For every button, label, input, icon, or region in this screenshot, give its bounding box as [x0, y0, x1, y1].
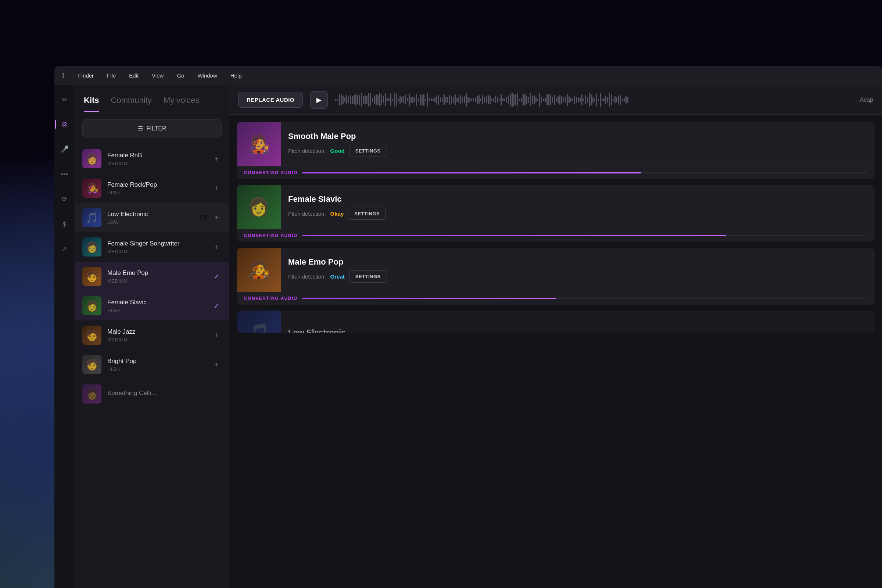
thumbnail-person-icon: 🧑‍🎤 — [237, 248, 281, 292]
waveform-bar — [348, 96, 349, 103]
waveform-bar — [447, 97, 448, 102]
menu-go[interactable]: Go — [175, 71, 186, 80]
infinity-icon: ∞ — [62, 96, 67, 103]
replace-audio-button[interactable]: REPLACE AUDIO — [238, 92, 303, 108]
waveform-bar — [368, 93, 369, 106]
filter-button[interactable]: ☰ FILTER — [82, 119, 222, 138]
menu-view[interactable]: View — [150, 71, 166, 80]
filter-icon: ☰ — [138, 125, 143, 132]
waveform-bar — [536, 98, 537, 102]
list-item[interactable]: 👩 Female RnB MEDIUM + — [75, 144, 229, 174]
list-item[interactable]: 👩 Something Celli... — [75, 379, 229, 409]
settings-button[interactable]: SETTINGS — [349, 145, 387, 157]
tab-community[interactable]: Community — [111, 96, 152, 112]
result-info: Female Slavic Pitch detection: Okay SETT… — [281, 185, 874, 229]
kit-info: Male Jazz MEDIUM — [107, 328, 206, 342]
menu-finder[interactable]: Finder — [76, 71, 96, 80]
converting-label: CONVERTING AUDIO — [244, 296, 298, 301]
result-title: Male Emo Pop — [288, 257, 867, 267]
waveform-bar — [458, 97, 459, 102]
sidebar-item-infinity[interactable]: ∞ — [58, 93, 71, 106]
apple-logo-icon[interactable]:  — [62, 72, 64, 80]
sidebar-item-mic[interactable]: 🎤 — [58, 142, 71, 156]
list-item[interactable]: 🎵 Low Electronic LOW ☞ + — [75, 203, 229, 232]
kit-check-action[interactable]: ✓ — [212, 301, 222, 311]
thumbnail-person-icon: 👩‍🎤 — [82, 178, 101, 198]
sidebar-item-eye[interactable]: ◎ — [58, 118, 71, 131]
waveform-bar — [570, 98, 572, 101]
settings-button[interactable]: SETTINGS — [349, 270, 387, 283]
kit-add-action[interactable]: + — [212, 183, 222, 193]
waveform-bar — [403, 96, 404, 103]
sidebar-item-chart[interactable]: ▪▪▪ — [58, 168, 71, 181]
waveform-bar — [607, 97, 608, 102]
waveform-bar — [563, 98, 564, 102]
result-title: Low Electronic — [288, 328, 867, 333]
menu-file[interactable]: File — [105, 71, 118, 80]
tab-kits[interactable]: Kits — [84, 96, 99, 112]
kit-name: Male Jazz — [107, 328, 206, 336]
list-item[interactable]: 🧑 Male Jazz MEDIUM + — [75, 321, 229, 350]
waveform-bar — [572, 99, 573, 101]
menu-bar:  Finder File Edit View Go Window Help — [54, 66, 882, 85]
waveform-bar — [342, 96, 344, 104]
list-item[interactable]: 👩‍🎤 Female Rock/Pop HIGH + — [75, 174, 229, 203]
sidebar-item-dollar[interactable]: $ — [58, 218, 71, 231]
waveform-bar — [409, 94, 410, 106]
kit-thumbnail: 👩 — [82, 296, 101, 315]
waveform-bar — [392, 99, 393, 100]
waveform-bar — [383, 96, 384, 103]
menu-window[interactable]: Window — [195, 71, 219, 80]
waveform-bar — [530, 93, 531, 106]
menu-help[interactable]: Help — [228, 71, 244, 80]
waveform-bar — [594, 99, 596, 101]
kit-level: HIGH — [107, 308, 206, 313]
waveform-bar — [473, 98, 474, 102]
thumbnail-person-icon: 👩 — [82, 237, 101, 256]
kit-add-action[interactable]: + — [212, 212, 222, 223]
list-item[interactable]: 🧑 Bright Pop HIGH + — [75, 350, 229, 379]
waveform-bar — [603, 98, 604, 101]
list-item[interactable]: 👩 Female Singer Songwriter MEDIUM + — [75, 232, 229, 262]
kit-level: LOW — [107, 219, 206, 225]
waveform-bar — [543, 99, 544, 101]
play-button[interactable]: ▶ — [310, 91, 328, 109]
waveform-bar — [537, 99, 538, 101]
waveform-bar — [554, 95, 555, 105]
list-item[interactable]: 🧑 Male Emo Pop MEDIUM ✓ — [75, 262, 229, 291]
waveform-bar — [484, 97, 485, 103]
waveform-bar — [401, 97, 402, 102]
tab-my-voices[interactable]: My voices — [164, 96, 200, 112]
waveform-bar — [350, 95, 351, 105]
waveform-bar — [454, 94, 456, 105]
pitch-row: Pitch detection: Okay SETTINGS — [288, 208, 867, 220]
kit-add-action[interactable]: + — [212, 154, 222, 164]
waveform-bar — [616, 98, 617, 102]
waveform-bar — [405, 95, 406, 104]
kit-thumbnail: 🧑 — [82, 267, 101, 286]
waveform-bar — [438, 95, 439, 105]
thumbnail-person-icon: 🎵 — [82, 208, 101, 227]
sidebar-item-history[interactable]: ⟳ — [58, 193, 71, 206]
waveform-bar — [340, 94, 342, 105]
kit-add-action[interactable]: + — [212, 242, 222, 252]
settings-button[interactable]: SETTINGS — [348, 208, 386, 220]
kit-thumbnail: 👩 — [82, 237, 101, 256]
waveform-bar — [627, 97, 628, 102]
waveform-bar — [466, 93, 467, 106]
waveform-bar — [596, 94, 597, 105]
result-title: Female Slavic — [288, 194, 867, 204]
sidebar-item-share[interactable]: ⇗ — [58, 243, 71, 256]
kit-check-action[interactable]: ✓ — [212, 271, 222, 282]
kit-add-action[interactable]: + — [212, 359, 222, 370]
waveform-bar — [613, 99, 614, 101]
list-item[interactable]: 👩 Female Slavic HIGH ✓ — [75, 291, 229, 321]
waveform-bar — [420, 94, 421, 105]
waveform-bar — [506, 97, 507, 103]
menu-edit[interactable]: Edit — [127, 71, 141, 80]
waveform-bar — [388, 99, 390, 101]
kit-add-action[interactable]: + — [212, 330, 222, 340]
waveform-bar — [469, 98, 470, 102]
kit-thumbnail: 🎵 — [82, 208, 101, 227]
waveform-bar — [548, 94, 549, 105]
